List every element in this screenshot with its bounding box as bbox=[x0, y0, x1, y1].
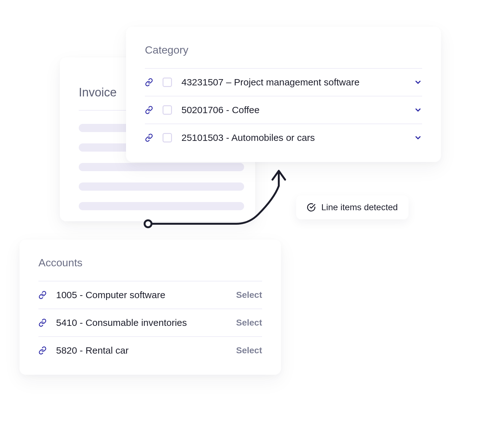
account-row: 5410 - Consumable inventories Select bbox=[38, 309, 262, 336]
category-label: 25101503 - Automobiles or cars bbox=[181, 132, 404, 143]
account-label: 1005 - Computer software bbox=[56, 290, 227, 300]
accounts-heading: Accounts bbox=[38, 257, 262, 269]
link-icon bbox=[38, 346, 47, 355]
category-row[interactable]: 25101503 - Automobiles or cars bbox=[145, 124, 422, 151]
checkbox[interactable] bbox=[163, 78, 172, 87]
chevron-down-icon[interactable] bbox=[414, 106, 422, 114]
category-label: 50201706 - Coffee bbox=[181, 105, 404, 115]
link-icon bbox=[145, 134, 153, 142]
select-button[interactable]: Select bbox=[236, 345, 262, 356]
link-icon bbox=[145, 106, 153, 114]
accounts-card: Accounts 1005 - Computer software Select… bbox=[20, 240, 281, 375]
category-row[interactable]: 50201706 - Coffee bbox=[145, 96, 422, 124]
account-label: 5820 - Rental car bbox=[56, 345, 227, 356]
link-icon bbox=[145, 78, 153, 86]
placeholder-line bbox=[79, 163, 244, 171]
category-row[interactable]: 43231507 – Project management software bbox=[145, 68, 422, 96]
category-label: 43231507 – Project management software bbox=[181, 77, 404, 88]
detection-status-pill: Line items detected bbox=[296, 195, 409, 219]
chevron-down-icon[interactable] bbox=[414, 134, 422, 142]
canvas: Invoice Category 43231507 – Project mana… bbox=[0, 0, 504, 428]
placeholder-line bbox=[79, 182, 244, 191]
select-button[interactable]: Select bbox=[236, 290, 262, 300]
account-row: 5820 - Rental car Select bbox=[38, 336, 262, 364]
svg-point-0 bbox=[145, 220, 152, 227]
chevron-down-icon[interactable] bbox=[414, 78, 422, 86]
link-icon bbox=[38, 319, 47, 327]
detection-status-label: Line items detected bbox=[321, 202, 398, 212]
category-card: Category 43231507 – Project management s… bbox=[126, 27, 441, 162]
select-button[interactable]: Select bbox=[236, 318, 262, 328]
account-row: 1005 - Computer software Select bbox=[38, 281, 262, 309]
check-circle-icon bbox=[307, 203, 316, 212]
checkbox[interactable] bbox=[163, 133, 172, 142]
link-icon bbox=[38, 291, 47, 299]
account-label: 5410 - Consumable inventories bbox=[56, 317, 227, 328]
checkbox[interactable] bbox=[163, 105, 172, 115]
category-heading: Category bbox=[145, 44, 422, 56]
placeholder-line bbox=[79, 202, 244, 210]
